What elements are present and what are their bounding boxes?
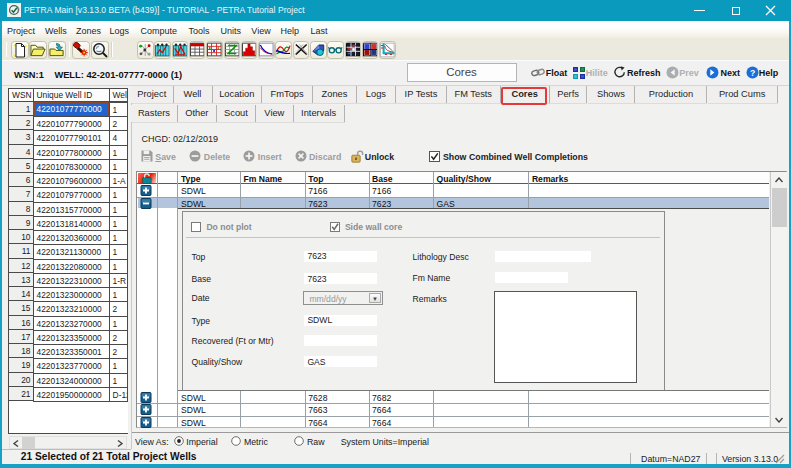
svg-text:?: ? bbox=[749, 68, 754, 78]
